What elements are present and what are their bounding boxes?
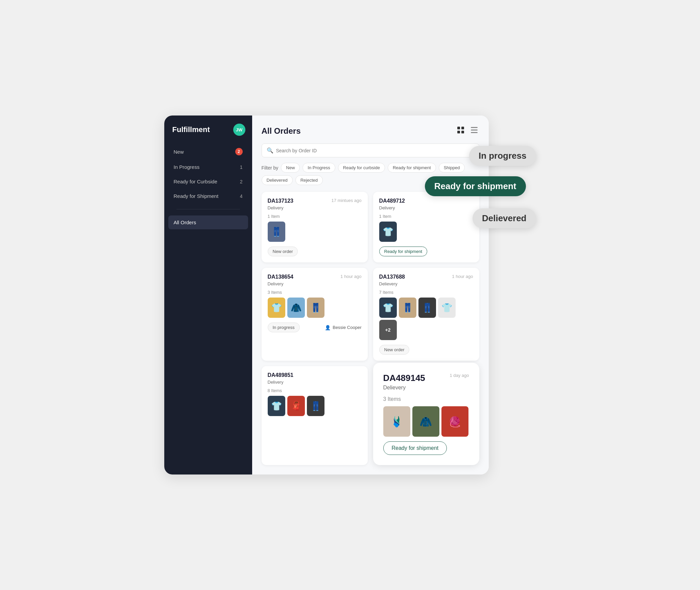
sidebar-item-ready-curbside[interactable]: Ready for Curbside 2 [168, 175, 248, 188]
filter-chip-ready-shipment[interactable]: Ready for shipment [388, 163, 436, 173]
filter-chip-new[interactable]: New [281, 163, 300, 173]
sidebar-item-new-label: New [174, 149, 184, 155]
order-items-label: 7 Items [379, 290, 473, 295]
order-images: 👕 [379, 222, 473, 242]
search-input[interactable] [276, 148, 474, 153]
order-card-da489851[interactable]: DA489851 Delivery 8 Items 👕 🧣 👖 [262, 366, 368, 465]
order-items-label: 3 Items [383, 396, 469, 402]
order-images: 🩱 🧥 🧶 [383, 406, 469, 437]
svg-rect-4 [471, 127, 478, 128]
order-images: 👕 🧣 👖 [268, 396, 362, 416]
app-wrapper: In progress Ready for shipment Delievere… [164, 116, 536, 474]
avatar: JW [233, 124, 245, 136]
order-item-image: 👕 [438, 298, 456, 318]
filter-chip-ready-curbside[interactable]: Ready for curbside [338, 163, 385, 173]
user-icon: 👤 [325, 325, 331, 330]
order-type: Delivery [379, 205, 473, 210]
order-item-image: 🧥 [412, 406, 439, 437]
sidebar-item-new-badge: 2 [235, 148, 243, 155]
svg-rect-6 [471, 132, 478, 133]
status-badge: Ready for shipment [379, 247, 428, 256]
order-card-da137123[interactable]: DA137123 17 mintues ago Delivery 1 Item … [262, 192, 368, 262]
order-id: DA137123 [268, 198, 294, 204]
order-footer: In progress 👤 Bessie Cooper [268, 323, 362, 332]
view-icons [456, 125, 479, 137]
order-item-image: 👕 [379, 222, 397, 242]
order-card-da137688[interactable]: DA137688 1 hour ago Delievery 7 Items 👕 … [373, 268, 479, 361]
list-view-button[interactable] [469, 125, 479, 137]
orders-grid: DA137123 17 mintues ago Delivery 1 Item … [262, 192, 479, 465]
order-item-image: 🧣 [287, 396, 305, 416]
search-bar: 🔍 [262, 144, 479, 157]
filter-chip-in-progress[interactable]: In Progress [303, 163, 335, 173]
order-footer: Ready for shipment [383, 441, 469, 455]
tooltip-in-progress: In progress [469, 146, 536, 166]
page-title: All Orders [262, 126, 301, 136]
order-id: DA489712 [379, 198, 405, 204]
order-item-image: 👕 [268, 396, 285, 416]
order-footer: New order [268, 247, 362, 256]
svg-rect-2 [457, 131, 460, 133]
order-item-image: 🧶 [441, 406, 468, 437]
tooltip-delivered-text: Delievered [482, 213, 527, 223]
filter-by-label: Filter by [262, 165, 279, 171]
status-badge: In progress [268, 323, 300, 332]
status-badge: New order [268, 247, 298, 256]
sidebar-item-all-orders[interactable]: All Orders [168, 215, 248, 229]
sidebar-item-ready-curbside-label: Ready for Curbside [174, 179, 217, 184]
svg-rect-3 [461, 131, 464, 133]
grid-icon [457, 126, 464, 134]
order-item-image: 🩱 [383, 406, 410, 437]
order-type: Delievery [379, 281, 473, 286]
order-item-image: 👖 [307, 396, 324, 416]
order-type: Delievery [383, 385, 469, 391]
order-card-da489145-expanded[interactable]: DA489145 1 day ago Delievery 3 Items 🩱 🧥 [373, 363, 479, 465]
list-icon [470, 126, 478, 134]
filter-chip-rejected[interactable]: Rejected [295, 175, 323, 185]
order-header: DA137688 1 hour ago [379, 274, 473, 280]
order-type: Delivery [268, 281, 362, 286]
sidebar-item-in-progress[interactable]: In Progress 1 [168, 160, 248, 174]
order-items-label: 8 Items [268, 388, 362, 393]
order-item-image: 👕 [379, 298, 397, 318]
order-images: 👕 👖 👖 👕 +2 [379, 298, 473, 340]
order-time: 1 hour ago [452, 274, 473, 279]
grid-view-button[interactable] [456, 125, 466, 137]
order-id: DA489145 [383, 373, 425, 383]
order-item-image: 🧥 [287, 298, 305, 318]
order-id: DA137688 [379, 274, 405, 280]
sidebar: Fulfillment JW New 2 In Progress 1 Ready… [164, 116, 252, 474]
order-item-image: 👖 [399, 298, 416, 318]
order-card-da489712[interactable]: DA489712 Delivery 1 Item 👕 Ready for shi… [373, 192, 479, 262]
order-items-label: 1 Item [379, 214, 473, 219]
sidebar-item-new[interactable]: New 2 [168, 144, 248, 159]
order-footer: Ready for shipment [379, 247, 473, 256]
sidebar-item-ready-shipment-count: 4 [240, 194, 243, 199]
order-type: Delivery [268, 380, 362, 385]
order-time: 1 hour ago [340, 274, 361, 279]
filter-chip-shipped[interactable]: Shipped [439, 163, 465, 173]
sidebar-item-all-orders-label: All Orders [174, 220, 196, 225]
sidebar-item-ready-shipment-label: Ready for Shipment [174, 193, 219, 199]
sidebar-item-in-progress-count: 1 [240, 164, 243, 170]
order-item-image: 👖 [307, 298, 324, 318]
sidebar-item-ready-curbside-count: 2 [240, 179, 243, 184]
order-items-label: 3 Items [268, 290, 362, 295]
order-type: Delivery [268, 205, 362, 210]
search-icon: 🔍 [267, 147, 273, 154]
order-id: DA489851 [268, 372, 294, 378]
svg-rect-1 [461, 127, 464, 129]
filter-chip-delivered[interactable]: Delievered [262, 175, 293, 185]
order-header: DA489851 [268, 372, 362, 378]
order-images: 👖 [268, 222, 362, 242]
order-time: 17 mintues ago [332, 198, 362, 203]
order-images: 👕 🧥 👖 [268, 298, 362, 318]
sidebar-item-ready-shipment[interactable]: Ready for Shipment 4 [168, 189, 248, 203]
order-footer: New order [379, 345, 473, 355]
sidebar-header: Fulfillment JW [164, 124, 252, 144]
order-card-da138654[interactable]: DA138654 1 hour ago Delivery 3 Items 👕 🧥 [262, 268, 368, 361]
sidebar-divider [176, 209, 240, 209]
app-card: Fulfillment JW New 2 In Progress 1 Ready… [164, 116, 489, 474]
order-item-image: 👕 [268, 298, 285, 318]
order-header: DA137123 17 mintues ago [268, 198, 362, 204]
